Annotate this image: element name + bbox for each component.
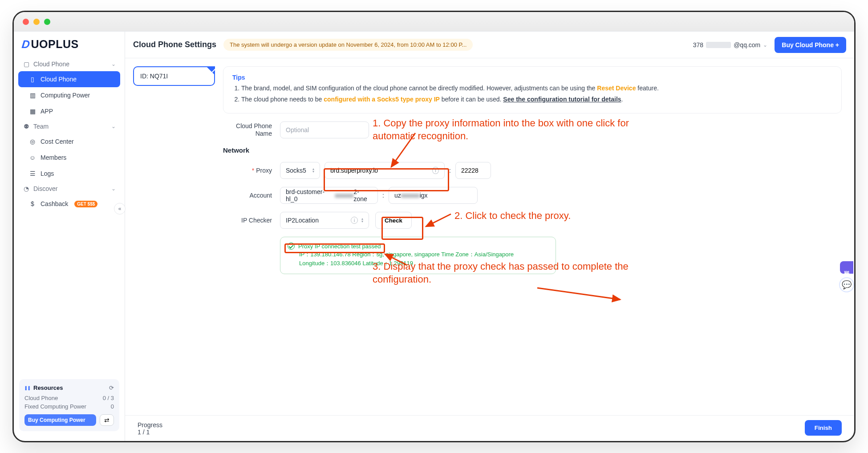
chevron-down-icon: ⌄ xyxy=(111,186,116,192)
tips-card: Tips The brand, model, and SIM configura… xyxy=(223,66,842,113)
refresh-icon[interactable]: ⟳ xyxy=(109,384,114,391)
grid-icon: ▦ xyxy=(29,108,36,115)
sidebar-item-cashback[interactable]: $ Cashback GET $$$ xyxy=(18,196,120,212)
cashback-badge: GET $$$ xyxy=(74,201,97,207)
sidebar-group-label: Discover xyxy=(33,185,57,192)
sidebar-group-label: Team xyxy=(33,123,49,130)
chevron-down-icon: ⌄ xyxy=(763,42,767,48)
selected-check-icon xyxy=(206,66,215,75)
ip-checker-value: IP2Location xyxy=(286,217,319,224)
tips-line-1: The brand, model, and SIM configuration … xyxy=(241,84,832,93)
main: Cloud Phone Settings The system will und… xyxy=(125,32,854,441)
tutorial-link[interactable]: See the configuration tutorial for detai… xyxy=(503,96,621,103)
sidebar-item-label: Computing Power xyxy=(41,92,90,99)
ip-checker-select[interactable]: IP2Location i ▴▾ xyxy=(280,212,369,229)
resources-title: Resources xyxy=(33,384,63,391)
zoom-window-icon[interactable] xyxy=(44,19,50,25)
repeat-icon-button[interactable]: ⇄ xyxy=(100,414,114,426)
phone-icon: ▯ xyxy=(29,76,36,83)
devices-panel: ID: NQ71I xyxy=(125,58,223,415)
logo-d: D xyxy=(21,38,31,51)
info-icon[interactable]: i xyxy=(351,217,358,224)
progress-label: Progress xyxy=(138,421,162,429)
sidebar: D UOPLUS ▢Cloud Phone ⌄ ▯ Cloud Phone ▥ … xyxy=(14,32,125,441)
result-detail-1: IP：139.180.146.78 Region：sg, singapore, … xyxy=(299,251,548,259)
tips-title: Tips xyxy=(232,74,832,81)
sidebar-collapse-button[interactable]: « xyxy=(114,203,126,214)
contact-us-pill[interactable]: 联系我们 xyxy=(840,261,853,274)
minimize-window-icon[interactable] xyxy=(33,19,40,25)
page-title: Cloud Phone Settings xyxy=(133,40,216,49)
proxy-port-input[interactable] xyxy=(455,162,491,179)
network-section-title: Network xyxy=(223,146,842,154)
sidebar-group-team[interactable]: ⚉Team ⌄ xyxy=(18,119,120,133)
close-window-icon[interactable] xyxy=(23,19,29,25)
buy-cloud-phone-button[interactable]: Buy Cloud Phone + xyxy=(775,37,846,53)
cpu-icon: ▥ xyxy=(29,92,36,99)
app-logo: D UOPLUS xyxy=(14,38,125,55)
resources-row-value: 0 xyxy=(111,403,114,410)
dollar-icon: $ xyxy=(29,200,36,207)
proxy-type-value: Socks5 xyxy=(286,167,306,174)
footer-bar: Progress 1 / 1 Finish xyxy=(125,415,854,441)
device-id-value: NQ71I xyxy=(150,73,168,80)
ip-checker-label: IP Checker xyxy=(223,217,272,224)
sidebar-item-label: Members xyxy=(41,154,66,161)
sidebar-item-label: Logs xyxy=(41,170,54,177)
document-icon: ☰ xyxy=(29,170,36,177)
sidebar-group-cloud-phone[interactable]: ▢Cloud Phone ⌄ xyxy=(18,57,120,71)
info-icon[interactable]: i xyxy=(432,167,439,174)
system-banner: The system will undergo a version update… xyxy=(223,39,473,51)
chevron-down-icon: ⌄ xyxy=(111,123,116,129)
reset-device-link[interactable]: Reset Device xyxy=(597,85,636,92)
account-user-input[interactable]: brd-customer-hl_0xxxxxx2-zone xyxy=(280,187,378,204)
result-title: Proxy IP connection test passed xyxy=(298,243,381,250)
users-icon: ⚉ xyxy=(23,123,30,130)
user-icon: ☺ xyxy=(29,154,36,161)
check-proxy-button[interactable]: Check xyxy=(375,212,412,229)
window-chrome xyxy=(14,12,854,32)
sidebar-group-label: Cloud Phone xyxy=(33,61,69,68)
proxy-host-input-wrap: i xyxy=(324,162,445,179)
result-detail-2: Longitude：103.836046 Latitude：1.299119 xyxy=(299,259,548,267)
sidebar-item-logs[interactable]: ☰ Logs xyxy=(18,166,120,182)
sidebar-group-discover[interactable]: ◔Discover ⌄ xyxy=(18,182,120,196)
proxy-host-input[interactable] xyxy=(330,167,429,174)
cloud-phone-name-input[interactable] xyxy=(280,121,369,138)
sidebar-item-label: Cashback xyxy=(41,200,68,207)
user-email-prefix: 378 xyxy=(693,41,703,49)
user-email-suffix: @qq.com xyxy=(734,41,760,49)
phone-group-icon: ▢ xyxy=(23,61,30,68)
up-down-icon: ▴▾ xyxy=(361,218,363,223)
bars-icon: ⫿⫿ xyxy=(24,384,31,391)
device-id-card[interactable]: ID: NQ71I xyxy=(133,66,215,86)
success-check-icon xyxy=(288,243,295,250)
settings-form: Tips The brand, model, and SIM configura… xyxy=(223,58,854,415)
compass-icon: ◔ xyxy=(23,185,30,192)
user-menu[interactable]: 378 @qq.com ⌄ xyxy=(693,41,767,49)
cloud-phone-name-label: Cloud Phone Name xyxy=(223,122,272,138)
page-header: Cloud Phone Settings The system will und… xyxy=(125,32,854,58)
proxy-label: *Proxy xyxy=(223,167,272,174)
buy-computing-power-button[interactable]: Buy Computing Power xyxy=(24,414,96,426)
up-down-icon: ▴▾ xyxy=(312,168,314,173)
sidebar-item-cloud-phone[interactable]: ▯ Cloud Phone xyxy=(18,71,120,87)
account-user-mask: xxxxxx xyxy=(335,192,353,199)
sidebar-item-app[interactable]: ▦ APP xyxy=(18,103,120,119)
sidebar-item-computing-power[interactable]: ▥ Computing Power xyxy=(18,87,120,103)
resources-row-label: Fixed Computing Power xyxy=(24,403,86,410)
progress-value: 1 / 1 xyxy=(138,429,162,436)
sidebar-item-cost-center[interactable]: ◎ Cost Center xyxy=(18,133,120,150)
colon: : xyxy=(449,167,451,174)
finish-button[interactable]: Finish xyxy=(805,420,842,436)
sidebar-item-members[interactable]: ☺ Members xyxy=(18,150,120,166)
colon: : xyxy=(382,192,384,199)
proxy-result-box: Proxy IP connection test passed IP：139.1… xyxy=(280,237,556,274)
account-pass-input[interactable]: uzxxxxxxigx xyxy=(389,187,478,204)
resources-card: ⫿⫿Resources ⟳ Cloud Phone 0 / 3 Fixed Co… xyxy=(19,379,119,431)
resources-row-label: Cloud Phone xyxy=(24,395,58,401)
proxy-type-select[interactable]: Socks5 ▴▾ xyxy=(280,162,320,179)
sidebar-item-label: APP xyxy=(41,108,53,115)
chat-bubble-icon[interactable]: 💬 xyxy=(839,277,854,292)
logo-rest: UOPLUS xyxy=(31,38,79,51)
